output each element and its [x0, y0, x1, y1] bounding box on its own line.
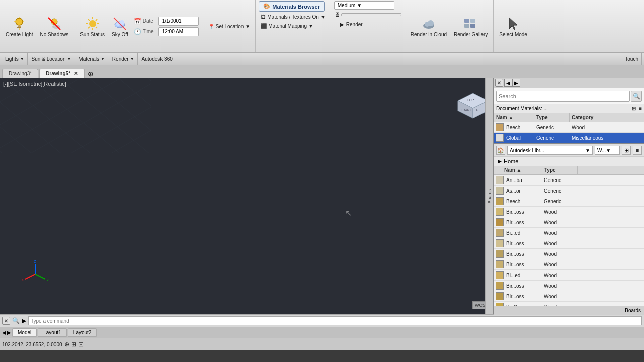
lib-col-type-header[interactable]: Type [542, 166, 578, 174]
viewcube[interactable]: TOP FRONT R [448, 83, 488, 123]
new-tab-icon[interactable]: ⊕ [86, 70, 96, 78]
sun-location-arrow: ▼ [67, 57, 71, 61]
lib-mat-name: Bir...oss [505, 219, 543, 226]
sky-off-icon [112, 16, 128, 32]
svg-line-15 [88, 19, 90, 21]
lib-mat-swatch [496, 218, 504, 226]
date-input[interactable] [158, 17, 199, 26]
panel-forward-button[interactable]: ▶ [512, 79, 520, 87]
doc-material-row[interactable]: Beech Generic Wood [494, 122, 644, 133]
sun-location-menu[interactable]: Sun & Location ▼ [29, 53, 75, 65]
materials-browser-button[interactable]: 🎨 Materials Browser [259, 1, 325, 12]
materials-menu[interactable]: Materials ▼ [75, 53, 108, 65]
lib-material-row[interactable]: Bir...oss Wood [494, 217, 644, 228]
materials-browser-tab[interactable]: Boards [485, 78, 493, 314]
lib-mat-type: Wood [543, 240, 576, 247]
cmd-search-icon[interactable]: 🔍 [12, 317, 20, 324]
col-name-label: Nam [496, 115, 507, 120]
svg-text:X: X [21, 278, 24, 282]
render-gallery-button[interactable]: Render Gallery [451, 9, 490, 44]
select-mode-button[interactable]: Select Mode [497, 9, 530, 44]
autodesk-360-menu[interactable]: Autodesk 360 [139, 53, 176, 65]
tab-drawing3[interactable]: Drawing3* [2, 69, 38, 78]
lib-col-name-header[interactable]: Nam ▲ [502, 166, 542, 174]
lib-dropdown[interactable]: Autodesk Libr... ▼ [507, 146, 593, 155]
layout2-tab[interactable]: Layout2 [68, 328, 97, 337]
create-light-button[interactable]: Create Light [3, 9, 35, 44]
lib-material-row[interactable]: Bir...oss Wood [494, 249, 644, 259]
render-output-dropdown[interactable] [341, 13, 401, 16]
snap-icon[interactable]: ⊡ [78, 341, 84, 348]
col-name-header[interactable]: Nam ▲ [494, 113, 534, 122]
w-dropdown[interactable]: W... ▼ [595, 146, 620, 155]
time-input[interactable] [158, 27, 199, 36]
no-shadows-button[interactable]: No Shadows [37, 9, 71, 44]
lib-material-row[interactable]: As...or Generic [494, 186, 644, 196]
set-location-button[interactable]: 📍 Set Location ▼ [206, 23, 253, 30]
doc-material-row[interactable]: Global Generic Miscellaneous [494, 133, 644, 143]
render-cloud-button[interactable]: Render in Cloud [408, 9, 449, 44]
lib-material-row[interactable]: Bir...oss Wood [494, 207, 644, 217]
lib-material-row[interactable]: An...ba Generic [494, 175, 644, 186]
lib-material-row[interactable]: Bir...oss Wood [494, 281, 644, 291]
material-mapping-button[interactable]: ⬛ Material Mapping ▼ [259, 22, 315, 30]
viewport[interactable]: [-][SE Isometric][Realistic] [0, 78, 493, 314]
lib-material-row[interactable]: Bi...ed Wood [494, 270, 644, 281]
cmd-run-icon[interactable]: ▶ [22, 317, 26, 324]
panel-header: ✕ ◀ ▶ [494, 78, 644, 88]
panel-back-button[interactable]: ◀ [504, 79, 512, 87]
lib-mat-type: Wood [543, 230, 576, 236]
lib-material-row[interactable]: Bir...oss Wood [494, 259, 644, 270]
layout1-tab[interactable]: Layout1 [38, 328, 67, 337]
lib-material-row[interactable]: Bi...ed Wood [494, 228, 644, 238]
quality-dropdown[interactable]: Medium ▼ [334, 1, 394, 10]
svg-rect-28 [464, 24, 469, 28]
layout-nav-next[interactable]: ▶ [7, 330, 11, 335]
panel-close-button[interactable]: ✕ [495, 79, 503, 87]
axis-indicator: Y Z X [20, 259, 50, 289]
search-input[interactable] [496, 90, 630, 102]
render-icon-small: 🖥 [334, 11, 340, 18]
coord-icon[interactable]: ⊕ [64, 341, 69, 348]
cmd-close-button[interactable]: ✕ [2, 317, 10, 325]
lib-mat-swatch [496, 250, 504, 258]
lib-material-row[interactable]: Bir...oss Wood [494, 291, 644, 302]
layout-nav-prev[interactable]: ◀ [2, 330, 6, 335]
home-button[interactable]: 🏠 [496, 146, 505, 155]
lib-menu-btn[interactable]: ≡ [633, 146, 642, 155]
sun-sky-section: Sun Status Sky Off 📅 Date 🕐 T [74, 0, 203, 52]
col-type-header[interactable]: Type [534, 113, 570, 122]
lib-dropdown-arrow: ▼ [585, 148, 590, 153]
home-tree-label: Home [504, 158, 518, 164]
coordinates-display: 102.2042, 23.6552, 0.0000 [2, 342, 62, 347]
col-category-header[interactable]: Category [570, 113, 644, 122]
grid-icon[interactable]: ⊞ [71, 341, 76, 348]
lib-material-row[interactable]: Bird1 Wood [494, 302, 644, 306]
search-button[interactable]: 🔍 [631, 90, 642, 102]
date-icon: 📅 [134, 18, 141, 25]
layout2-tab-label: Layout2 [73, 330, 92, 335]
touch-button[interactable]: Touch [622, 53, 642, 65]
lib-table-header: Nam ▲ Type [494, 166, 644, 175]
lib-expand-btn[interactable]: ⊞ [622, 146, 631, 155]
select-mode-section: Select Mode [494, 0, 533, 52]
materials-textures-button[interactable]: 🖼 Materials / Textures On ▼ [259, 13, 328, 21]
tab-drawing5[interactable]: Drawing5* ✕ [39, 69, 85, 78]
lights-menu[interactable]: Lights ▼ [2, 53, 28, 65]
lib-material-row[interactable]: Beech Generic [494, 196, 644, 207]
tab-close-icon[interactable]: ✕ [74, 71, 78, 76]
sky-off-button[interactable]: Sky Off [109, 9, 131, 44]
svg-rect-2 [17, 27, 21, 28]
render-menu[interactable]: Render ▼ [109, 53, 138, 65]
model-tab[interactable]: Model [12, 328, 37, 337]
sun-status-button[interactable]: Sun Status [77, 9, 107, 44]
command-input[interactable] [28, 316, 642, 325]
cloud-section: Render in Cloud Render Gallery [405, 0, 494, 52]
svg-line-16 [96, 27, 97, 28]
doc-materials-menu-icon[interactable]: ≡ [639, 106, 642, 111]
svg-point-10 [89, 20, 96, 27]
doc-materials-expand-icon[interactable]: ⊞ [632, 106, 636, 111]
render-button[interactable]: ▶ Render [334, 20, 369, 29]
home-tree-item[interactable]: ▶ Home [494, 157, 644, 166]
lib-material-row[interactable]: Bir...oss Wood [494, 238, 644, 249]
